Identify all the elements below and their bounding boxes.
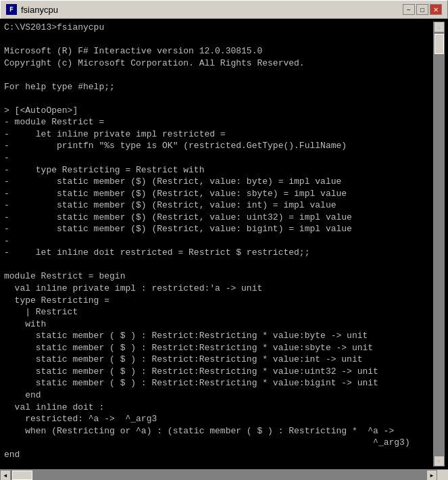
title-buttons: − □ ✕	[403, 4, 442, 15]
scroll-corner	[437, 470, 448, 480]
scroll-thumb-h[interactable]	[12, 471, 32, 480]
vertical-scrollbar[interactable]: ▲ ▼	[433, 22, 444, 466]
scroll-track-h[interactable]	[11, 470, 426, 480]
console-text[interactable]: C:\VS2013>fsianycpu Microsoft (R) F# Int…	[4, 22, 433, 466]
scroll-up-button[interactable]: ▲	[434, 22, 445, 32]
scroll-down-button[interactable]: ▼	[434, 456, 445, 466]
title-bar: F fsianycpu − □ ✕	[0, 0, 448, 19]
window-title: fsianycpu	[21, 5, 58, 15]
scroll-left-button[interactable]: ◄	[0, 470, 11, 480]
scroll-right-button[interactable]: ►	[426, 470, 437, 480]
minimize-button[interactable]: −	[403, 4, 415, 15]
app-icon: F	[6, 4, 17, 15]
scroll-track-v[interactable]	[434, 32, 445, 456]
scroll-thumb-v[interactable]	[434, 34, 444, 54]
maximize-button[interactable]: □	[416, 4, 428, 15]
console-window: C:\VS2013>fsianycpu Microsoft (R) F# Int…	[0, 19, 448, 469]
horizontal-scrollbar-bar: ◄ ►	[0, 469, 448, 480]
close-button[interactable]: ✕	[430, 4, 442, 15]
